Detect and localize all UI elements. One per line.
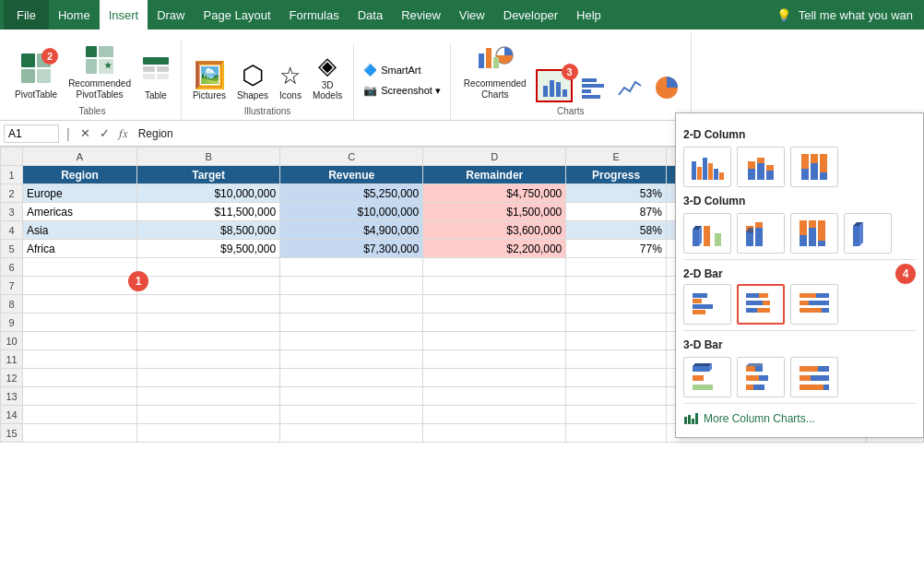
svg-rect-0 — [21, 53, 35, 67]
menu-insert[interactable]: Insert — [100, 0, 148, 30]
svg-rect-73 — [757, 308, 770, 313]
svg-rect-58 — [809, 220, 816, 228]
cell-a3[interactable]: Americas — [23, 203, 137, 221]
3d-col-btn-1[interactable] — [683, 213, 731, 254]
cell-a2[interactable]: Europe — [23, 184, 137, 203]
cell-d5[interactable]: $2,200,000 — [423, 240, 566, 258]
cell-b3[interactable]: $11,500,000 — [137, 203, 280, 221]
svg-rect-17 — [493, 57, 499, 68]
cell-b4[interactable]: $8,500,000 — [137, 221, 280, 240]
3d-bar-btn-3[interactable] — [790, 357, 838, 397]
menu-file[interactable]: File — [4, 0, 49, 30]
recommended-charts-btn[interactable]: RecommendedCharts — [458, 37, 532, 102]
menu-page-layout[interactable]: Page Layout — [195, 0, 280, 30]
3d-bar-btn-2[interactable] — [737, 357, 785, 397]
menu-developer[interactable]: Developer — [494, 0, 567, 30]
screenshot-btn[interactable]: 📷 Screenshot ▾ — [361, 82, 443, 99]
svg-rect-95 — [800, 375, 811, 381]
svg-rect-24 — [582, 89, 591, 93]
menu-view[interactable]: View — [450, 0, 494, 30]
cell-c3[interactable]: $10,000,000 — [280, 203, 423, 221]
pie-chart-btn[interactable] — [650, 73, 683, 102]
section-2d-bar-title: 2-D Bar — [683, 267, 723, 280]
3d-col-btn-4[interactable] — [844, 213, 892, 254]
cell-d3[interactable]: $1,500,000 — [423, 203, 566, 221]
menu-formulas[interactable]: Formulas — [280, 0, 349, 30]
bar-chart-btn[interactable] — [576, 73, 610, 102]
cell-c2[interactable]: $5,250,000 — [280, 184, 423, 203]
menu-review[interactable]: Review — [392, 0, 450, 30]
menu-home[interactable]: Home — [49, 0, 100, 30]
bar-chart-icon — [580, 75, 606, 101]
cell-a6[interactable]: 1 — [23, 258, 137, 277]
menu-data[interactable]: Data — [349, 0, 392, 30]
divider-1 — [683, 259, 916, 260]
header-target[interactable]: Target — [137, 166, 280, 184]
icons-btn[interactable]: ☆ Icons — [276, 60, 305, 102]
shapes-btn[interactable]: ⬡ Shapes — [233, 58, 272, 102]
3d-col-btn-3[interactable] — [790, 213, 838, 254]
table-btn[interactable]: Table — [138, 54, 173, 102]
2d-bar-clustered-btn[interactable] — [683, 284, 731, 325]
row-num-13: 13 — [1, 387, 23, 406]
col-header-b[interactable]: B — [137, 148, 280, 166]
cell-c5[interactable]: $7,300,000 — [280, 240, 423, 258]
divider-3 — [683, 403, 916, 404]
section-3d-column-title: 3-D Column — [683, 195, 916, 207]
2d-col-stacked-btn[interactable] — [737, 147, 785, 187]
tables-group-items: 2 PivotTable ★ RecommendedPivotTables — [11, 40, 173, 106]
more-charts-btn[interactable]: More Column Charts... — [683, 408, 916, 430]
cancel-formula-icon[interactable]: ✕ — [77, 126, 93, 140]
row-num-4: 4 — [1, 221, 23, 240]
cell-d2[interactable]: $4,750,000 — [423, 184, 566, 203]
3d-models-btn[interactable]: ◈ 3DModels — [309, 50, 346, 102]
cell-d4[interactable]: $3,600,000 — [423, 221, 566, 240]
menu-help[interactable]: Help — [567, 0, 610, 30]
line-chart-btn[interactable] — [613, 73, 646, 102]
svg-rect-98 — [684, 417, 687, 424]
smart-art-btn[interactable]: 🔷 SmartArt — [361, 62, 422, 78]
col-header-a[interactable]: A — [23, 148, 137, 166]
2d-col-100pct-btn[interactable] — [790, 147, 838, 187]
header-remainder[interactable]: Remainder — [423, 166, 566, 184]
svg-rect-70 — [746, 301, 763, 305]
svg-rect-29 — [703, 158, 707, 180]
column-chart-btn[interactable]: 3 — [536, 69, 573, 102]
svg-rect-56 — [800, 220, 807, 235]
header-progress[interactable]: Progress — [566, 166, 667, 184]
svg-rect-10 — [143, 66, 155, 72]
function-icon[interactable]: 𝑓𝑥 — [116, 126, 131, 141]
2d-bar-100pct-btn[interactable] — [790, 284, 838, 325]
ribbon-group-charts: RecommendedCharts 3 — [451, 33, 692, 120]
header-region[interactable]: Region — [23, 166, 137, 184]
name-box[interactable]: A1 — [4, 124, 59, 143]
cell-e3[interactable]: 87% — [566, 203, 667, 221]
col-header-c[interactable]: C — [280, 148, 423, 166]
3d-bar-btn-1[interactable] — [683, 357, 731, 397]
col-header-e[interactable]: E — [566, 148, 667, 166]
recommended-pivot-label: RecommendedPivotTables — [68, 78, 131, 101]
svg-rect-25 — [582, 95, 600, 99]
shapes-label: Shapes — [237, 90, 268, 101]
col-header-d[interactable]: D — [423, 148, 566, 166]
pictures-btn[interactable]: 🖼️ Pictures — [189, 58, 230, 102]
menu-draw[interactable]: Draw — [148, 0, 194, 30]
cell-a5[interactable]: Africa — [23, 240, 137, 258]
cell-b5[interactable]: $9,500,000 — [137, 240, 280, 258]
cell-c4[interactable]: $4,900,000 — [280, 221, 423, 240]
cell-e4[interactable]: 58% — [566, 221, 667, 240]
recommended-pivot-btn[interactable]: ★ RecommendedPivotTables — [65, 43, 135, 102]
pivot-table-btn[interactable]: 2 PivotTable — [11, 50, 61, 102]
cell-b2[interactable]: $10,000,000 — [137, 184, 280, 203]
2d-bar-stacked-btn[interactable] — [737, 284, 785, 325]
svg-rect-65 — [693, 299, 702, 303]
header-revenue[interactable]: Revenue — [280, 166, 423, 184]
svg-rect-11 — [157, 66, 169, 72]
cell-e2[interactable]: 53% — [566, 184, 667, 203]
3d-col-btn-2[interactable] — [737, 213, 785, 254]
confirm-formula-icon[interactable]: ✓ — [97, 126, 113, 140]
cell-e5[interactable]: 77% — [566, 240, 667, 258]
cell-a4[interactable]: Asia — [23, 221, 137, 240]
2d-col-clustered-btn[interactable] — [683, 147, 731, 187]
svg-rect-61 — [853, 226, 859, 246]
